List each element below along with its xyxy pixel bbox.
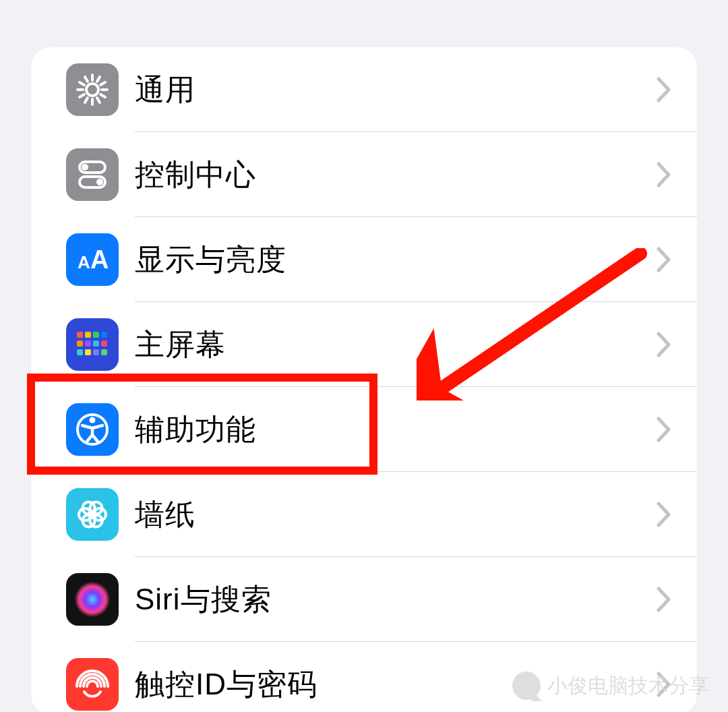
settings-item-accessibility[interactable]: 辅助功能 bbox=[31, 387, 697, 472]
svg-line-3 bbox=[97, 98, 100, 102]
settings-item-label: 显示与亮度 bbox=[135, 240, 286, 280]
settings-panel: 通用 控制中心AA显示与亮度主屏幕辅助功能墙纸Siri与搜索触控ID与密码 bbox=[31, 47, 697, 712]
settings-item-label: Siri与搜索 bbox=[135, 580, 272, 620]
svg-rect-19 bbox=[77, 332, 83, 338]
svg-rect-28 bbox=[85, 349, 91, 355]
settings-item-label: 辅助功能 bbox=[135, 410, 256, 450]
flower-icon bbox=[66, 488, 119, 541]
svg-point-14 bbox=[82, 164, 88, 171]
svg-line-8 bbox=[80, 82, 84, 85]
settings-item-display[interactable]: AA显示与亮度 bbox=[31, 217, 697, 302]
watermark-text: 小俊电脑技术分享 bbox=[547, 672, 709, 700]
svg-line-2 bbox=[100, 94, 105, 97]
toggles-icon bbox=[66, 148, 119, 201]
settings-item-siri[interactable]: Siri与搜索 bbox=[31, 557, 697, 642]
svg-line-6 bbox=[80, 94, 84, 97]
fingerprint-icon bbox=[66, 658, 119, 711]
watermark: 小俊电脑技术分享 bbox=[512, 672, 709, 700]
text-icon: AA bbox=[66, 233, 119, 286]
svg-line-9 bbox=[85, 77, 88, 82]
svg-rect-23 bbox=[77, 340, 83, 347]
siri-icon bbox=[66, 573, 119, 626]
settings-item-home_screen[interactable]: 主屏幕 bbox=[31, 302, 697, 387]
settings-list: 通用 控制中心AA显示与亮度主屏幕辅助功能墙纸Siri与搜索触控ID与密码 bbox=[31, 47, 697, 712]
settings-item-label: 墙纸 bbox=[135, 495, 195, 535]
settings-item-label: 通用 bbox=[135, 70, 195, 110]
svg-point-16 bbox=[96, 179, 103, 185]
grid-icon bbox=[66, 318, 119, 371]
accessibility-icon bbox=[66, 403, 119, 456]
svg-text:A: A bbox=[78, 252, 90, 272]
settings-item-wallpaper[interactable]: 墙纸 bbox=[31, 472, 697, 557]
svg-text:A: A bbox=[90, 245, 109, 274]
svg-rect-27 bbox=[77, 349, 83, 355]
settings-item-label: 触控ID与密码 bbox=[135, 665, 317, 705]
svg-line-5 bbox=[85, 98, 88, 102]
chevron-right-icon bbox=[657, 77, 671, 102]
svg-rect-29 bbox=[93, 349, 99, 355]
gear-icon bbox=[66, 63, 119, 116]
chevron-right-icon bbox=[657, 332, 671, 357]
wechat-icon bbox=[512, 672, 541, 700]
chevron-right-icon bbox=[657, 417, 671, 442]
svg-line-11 bbox=[97, 77, 100, 82]
svg-rect-26 bbox=[101, 340, 107, 347]
svg-line-12 bbox=[100, 82, 105, 85]
chevron-right-icon bbox=[657, 162, 671, 187]
settings-item-control_center[interactable]: 控制中心 bbox=[31, 132, 697, 217]
svg-point-40 bbox=[75, 582, 110, 617]
svg-point-0 bbox=[86, 84, 98, 96]
svg-rect-22 bbox=[101, 332, 107, 338]
settings-item-general[interactable]: 通用 bbox=[31, 47, 697, 132]
svg-rect-24 bbox=[85, 340, 91, 347]
chevron-right-icon bbox=[657, 502, 671, 527]
svg-rect-25 bbox=[93, 340, 99, 347]
svg-rect-30 bbox=[101, 349, 107, 355]
settings-item-label: 主屏幕 bbox=[135, 325, 226, 365]
chevron-right-icon bbox=[657, 587, 671, 612]
svg-rect-20 bbox=[85, 332, 91, 338]
chevron-right-icon bbox=[657, 247, 671, 272]
svg-point-32 bbox=[90, 417, 96, 423]
svg-rect-21 bbox=[93, 332, 99, 338]
settings-item-label: 控制中心 bbox=[135, 155, 256, 195]
